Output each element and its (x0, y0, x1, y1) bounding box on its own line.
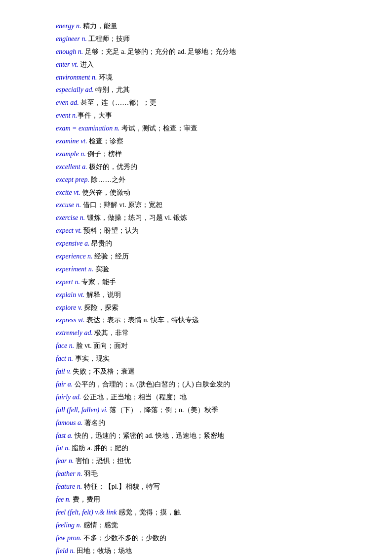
chinese-definition: 使兴奋，使激动 (80, 189, 131, 196)
list-item: excite vt. 使兴奋，使激动 (56, 186, 343, 199)
english-word: experiment n. (56, 265, 93, 273)
list-item: explain vt. 解释，说明 (56, 289, 343, 301)
chinese-definition: 预料；盼望；认为 (82, 227, 139, 234)
chinese-definition: 特别，尤其 (94, 86, 130, 93)
list-item: exam = examination n. 考试，测试；检查；审查 (56, 122, 343, 135)
chinese-definition: 事件，大事 (78, 112, 112, 119)
english-word: excellent a. (56, 163, 87, 171)
chinese-definition: 解释，说明 (84, 291, 121, 299)
english-word: famous a. (56, 419, 82, 427)
chinese-definition: 环境 (97, 74, 113, 81)
list-item: examine vt. 检查；诊察 (56, 135, 343, 148)
chinese-definition: 快的，迅速的；紧密的 ad. 快地，迅速地；紧密地 (73, 432, 224, 439)
english-word: examine vt. (56, 137, 87, 145)
english-word: environment n. (56, 74, 97, 81)
list-item: field n. 田地；牧场；场地 (56, 545, 343, 555)
list-item: enter vt. 进入 (56, 58, 343, 71)
english-word: example n. (56, 150, 86, 158)
list-item: expert n. 专家，能手 (56, 276, 343, 289)
chinese-definition: 害怕；恐惧；担忧 (74, 457, 131, 465)
english-word: fear n. (56, 457, 74, 465)
chinese-definition: 检查；诊察 (87, 137, 124, 145)
chinese-definition: 表达；表示；表情 n. 快车，特快专递 (85, 316, 199, 324)
list-item: expect vt. 预料；盼望；认为 (56, 224, 343, 237)
list-item: fall (fell, fallen) vi. 落（下），降落；倒；n.（美）秋… (56, 404, 343, 417)
list-item: extremely ad. 极其，非常 (56, 327, 343, 340)
english-word: feeling n. (56, 521, 81, 529)
english-word: few pron. (56, 534, 81, 542)
english-word: excuse n. (56, 201, 81, 209)
list-item: fact n. 事实，现实 (56, 352, 343, 365)
english-word: explain vt. (56, 291, 84, 299)
chinese-definition: 考试，测试；检查；审查 (119, 125, 197, 132)
chinese-definition: 借口；辩解 vt. 原谅；宽恕 (81, 201, 162, 209)
list-item: fail v. 失败；不及格；衰退 (56, 365, 343, 378)
chinese-definition: 精力，能量 (81, 22, 118, 30)
english-word: feel (felt, felt) v.& link (56, 509, 117, 516)
list-item: expensive a. 昂贵的 (56, 237, 343, 250)
chinese-definition: 极好的，优秀的 (87, 163, 138, 171)
chinese-definition: 脂肪 a. 胖的；肥的 (70, 444, 128, 452)
chinese-definition: 事实，现实 (73, 355, 110, 362)
english-word: fast a. (56, 432, 73, 439)
english-word: fail v. (56, 368, 71, 375)
chinese-definition: 除……之外 (89, 176, 126, 183)
chinese-definition: 公正地，正当地；相当（程度）地 (81, 393, 187, 401)
chinese-definition: 脸 vt. 面向；面对 (74, 342, 128, 349)
chinese-definition: 羽毛 (82, 470, 98, 477)
english-word: especially ad. (56, 86, 94, 93)
english-word: even ad. (56, 99, 79, 106)
list-item: fair a. 公平的，合理的；a. (肤色)白皙的；(人) 白肤金发的 (56, 378, 343, 391)
list-item: experience n. 经验；经历 (56, 250, 343, 263)
english-word: enough n. (56, 48, 83, 55)
english-word: express vt. (56, 316, 85, 324)
chinese-definition: 专家，能手 (80, 278, 117, 286)
list-item: feeling n. 感情；感觉 (56, 519, 343, 532)
list-item: express vt. 表达；表示；表情 n. 快车，特快专递 (56, 314, 343, 327)
english-word: enter vt. (56, 61, 78, 68)
english-word: experience n. (56, 253, 93, 260)
chinese-definition: 探险，探索 (82, 304, 119, 311)
chinese-definition: 甚至，连（……都）；更 (79, 99, 157, 106)
list-item: environment n. 环境 (56, 71, 343, 84)
english-word: fairly ad. (56, 393, 81, 401)
list-item: experiment n. 实验 (56, 263, 343, 276)
chinese-definition: 感觉，觉得；摸，触 (117, 509, 181, 516)
english-word: fact n. (56, 355, 73, 362)
list-item: excuse n. 借口；辩解 vt. 原谅；宽恕 (56, 199, 343, 212)
list-item: feature n. 特征；【pl.】相貌，特写 (56, 480, 343, 493)
chinese-definition: 费，费用 (71, 496, 100, 503)
english-word: excite vt. (56, 189, 80, 196)
list-item: event n.事件，大事 (56, 109, 343, 122)
chinese-definition: 田地；牧场；场地 (75, 547, 132, 555)
chinese-definition: 极其，非常 (93, 329, 129, 337)
list-item: fast a. 快的，迅速的；紧密的 ad. 快地，迅速地；紧密地 (56, 429, 343, 442)
chinese-definition: 锻炼，做操；练习，习题 vi. 锻炼 (85, 214, 187, 221)
english-word: fat n. (56, 444, 70, 452)
english-word: feature n. (56, 483, 82, 490)
english-word: expensive a. (56, 240, 89, 247)
list-item: fee n. 费，费用 (56, 493, 343, 506)
chinese-definition: 实验 (93, 265, 109, 273)
chinese-definition: 足够；充足 a. 足够的；充分的 ad. 足够地；充分地 (83, 48, 236, 55)
list-item: explore v. 探险，探索 (56, 301, 343, 314)
english-word: event n. (56, 112, 78, 119)
chinese-definition: 特征；【pl.】相貌，特写 (82, 483, 160, 490)
chinese-definition: 失败；不及格；衰退 (71, 368, 135, 375)
chinese-definition: 例子；榜样 (86, 150, 122, 158)
chinese-definition: 落（下），降落；倒；n.（美）秋季 (108, 406, 218, 414)
chinese-definition: 公平的，合理的；a. (肤色)白皙的；(人) 白肤金发的 (73, 381, 230, 388)
english-word: face n. (56, 342, 74, 349)
chinese-definition: 不多；少数不多的；少数的 (81, 534, 166, 542)
list-item: few pron. 不多；少数不多的；少数的 (56, 532, 343, 545)
english-word: energy n. (56, 22, 81, 30)
english-word: extremely ad. (56, 329, 93, 337)
english-word: feather n. (56, 470, 82, 477)
chinese-definition: 感情；感觉 (81, 521, 118, 529)
list-item: except prep. 除……之外 (56, 173, 343, 186)
chinese-definition: 工程师；技师 (87, 35, 130, 43)
english-word: fair a. (56, 381, 73, 388)
list-item: fairly ad. 公正地，正当地；相当（程度）地 (56, 391, 343, 404)
list-item: even ad. 甚至，连（……都）；更 (56, 96, 343, 109)
english-word: expect vt. (56, 227, 82, 234)
